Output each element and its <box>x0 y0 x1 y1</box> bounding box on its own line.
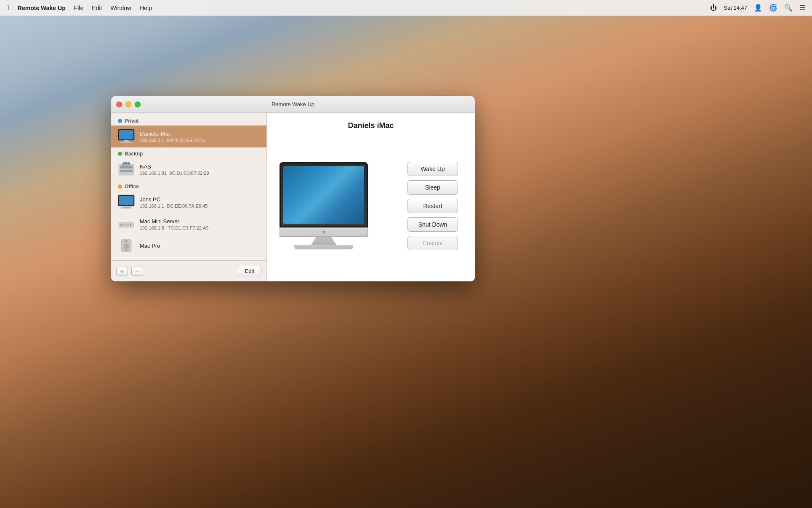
device-name-daniels-imac: Daniels iMac <box>140 131 260 137</box>
titlebar: Remote Wake Up <box>111 96 475 113</box>
svg-point-25 <box>125 249 127 251</box>
device-icon-mac-pro <box>118 238 135 254</box>
group-label-privat: Privat <box>125 118 138 124</box>
svg-rect-16 <box>121 207 131 209</box>
privat-dot <box>118 119 122 123</box>
sidebar: Privat <box>111 113 267 281</box>
minimize-button[interactable] <box>125 102 131 107</box>
power-icon[interactable]: ⏻ <box>710 4 717 12</box>
maximize-button[interactable] <box>135 102 141 107</box>
device-icon-jons-pc <box>118 195 135 210</box>
add-device-button[interactable]: + <box>116 267 128 276</box>
custom-button[interactable]: Custom <box>407 236 458 250</box>
device-details-daniels-imac: 192.168.1.1 50:46:2D:5E:37:51 <box>140 138 260 143</box>
svg-point-12 <box>128 162 130 165</box>
action-buttons: Wake Up Sleep Restart Shut Down Custom <box>407 162 462 250</box>
imac-chin <box>280 227 368 237</box>
sleep-button[interactable]: Sleep <box>407 180 458 195</box>
imac-stand <box>311 237 336 245</box>
imac-screen <box>283 166 364 224</box>
imac-body <box>280 162 368 227</box>
remove-device-button[interactable]: − <box>131 267 143 276</box>
sidebar-footer: + − Edit <box>111 260 266 281</box>
group-label-backup: Backup <box>125 151 143 157</box>
group-header-backup: Backup <box>111 147 266 158</box>
menu-file[interactable]: File <box>74 5 84 11</box>
svg-rect-19 <box>120 224 123 226</box>
menu-window[interactable]: Window <box>110 5 131 11</box>
user-icon[interactable]: 👤 <box>754 4 762 12</box>
device-details-mac-mini: 192.168.1.8. 7C:D1:C3:F7:22:A9 <box>140 225 260 230</box>
office-dot <box>118 184 122 189</box>
device-item-mac-mini[interactable]: Mac Mini Server 192.168.1.8. 7C:D1:C3:F7… <box>111 213 266 235</box>
device-item-jons-pc[interactable]: Jons PC 192.168.1.1 DC:EE:06:7A:E6:45 <box>111 191 266 213</box>
device-info-mac-mini: Mac Mini Server 192.168.1.8. 7C:D1:C3:F7… <box>140 218 260 230</box>
device-info-daniels-imac: Daniels iMac 192.168.1.1 50:46:2D:5E:37:… <box>140 131 260 143</box>
content-area: Wake Up Sleep Restart Shut Down Custom <box>280 139 462 273</box>
list-icon[interactable]: ☰ <box>799 4 805 12</box>
backup-dot <box>118 152 122 156</box>
restart-button[interactable]: Restart <box>407 199 458 213</box>
device-icon-mac-mini <box>118 217 135 232</box>
window-body: Privat <box>111 113 475 281</box>
device-details-nas: 192.168.1.81 9C:D1:C3:87:82:29 <box>140 171 260 176</box>
wake-up-button[interactable]: Wake Up <box>407 162 458 176</box>
menu-help[interactable]: Help <box>140 5 152 11</box>
svg-rect-24 <box>124 244 129 249</box>
device-name-mac-mini: Mac Mini Server <box>140 218 260 225</box>
device-icon-nas <box>118 162 135 177</box>
window-title: Remote Wake Up <box>272 101 314 107</box>
imac-camera-dot <box>322 231 325 233</box>
menubar-right: ⏻ Sat 14:47 👤 🌀 🔍 ☰ <box>710 4 805 12</box>
svg-rect-14 <box>119 196 133 205</box>
device-info-nas: NAS 192.168.1.81 9C:D1:C3:87:82:29 <box>140 163 260 176</box>
svg-point-20 <box>130 224 131 226</box>
svg-rect-2 <box>124 140 129 142</box>
svg-point-17 <box>126 205 127 206</box>
traffic-lights <box>116 102 141 107</box>
svg-point-8 <box>130 167 132 168</box>
imac-illustration <box>280 162 368 249</box>
device-details-jons-pc: 192.168.1.1 DC:EE:06:7A:E6:45 <box>140 203 260 209</box>
svg-rect-21 <box>124 224 129 226</box>
sidebar-content: Privat <box>111 113 266 260</box>
device-icon-imac <box>118 129 135 144</box>
app-window: Remote Wake Up Privat <box>111 96 475 281</box>
group-label-office: Office <box>125 184 139 190</box>
svg-point-10 <box>122 162 125 165</box>
edit-button[interactable]: Edit <box>238 266 261 276</box>
device-info-mac-pro: Mac Pro <box>140 243 260 250</box>
apple-menu[interactable]:  <box>7 4 9 12</box>
siri-icon[interactable]: 🌀 <box>769 4 777 12</box>
selected-device-title: Daniels iMac <box>280 121 462 130</box>
device-info-jons-pc: Jons PC 192.168.1.1 DC:EE:06:7A:E6:45 <box>140 196 260 209</box>
imac-base <box>294 245 353 249</box>
device-name-nas: NAS <box>140 163 260 170</box>
svg-rect-3 <box>121 142 131 143</box>
group-header-office: Office <box>111 180 266 191</box>
menubar:  Remote Wake Up File Edit Window Help ⏻… <box>0 0 812 16</box>
shut-down-button[interactable]: Shut Down <box>407 217 458 232</box>
svg-rect-1 <box>119 130 133 139</box>
app-name[interactable]: Remote Wake Up <box>18 5 66 11</box>
svg-rect-15 <box>124 206 129 207</box>
search-icon[interactable]: 🔍 <box>784 4 793 12</box>
svg-point-23 <box>125 240 128 243</box>
group-header-privat: Privat <box>111 115 266 126</box>
main-content: Daniels iMac <box>267 113 475 281</box>
svg-point-4 <box>126 139 127 140</box>
close-button[interactable] <box>116 102 122 107</box>
menubar-left:  Remote Wake Up File Edit Window Help <box>7 4 710 12</box>
svg-point-11 <box>125 162 128 164</box>
device-name-jons-pc: Jons PC <box>140 196 260 203</box>
device-item-daniels-imac[interactable]: Daniels iMac 192.168.1.1 50:46:2D:5E:37:… <box>111 126 266 147</box>
menubar-clock: Sat 14:47 <box>724 5 747 11</box>
svg-point-9 <box>130 171 132 172</box>
device-item-nas[interactable]: NAS 192.168.1.81 9C:D1:C3:87:82:29 <box>111 158 266 180</box>
desktop:  Remote Wake Up File Edit Window Help ⏻… <box>0 0 812 508</box>
menu-edit[interactable]: Edit <box>92 5 102 11</box>
device-item-mac-pro[interactable]: Mac Pro <box>111 235 266 257</box>
device-name-mac-pro: Mac Pro <box>140 243 260 249</box>
